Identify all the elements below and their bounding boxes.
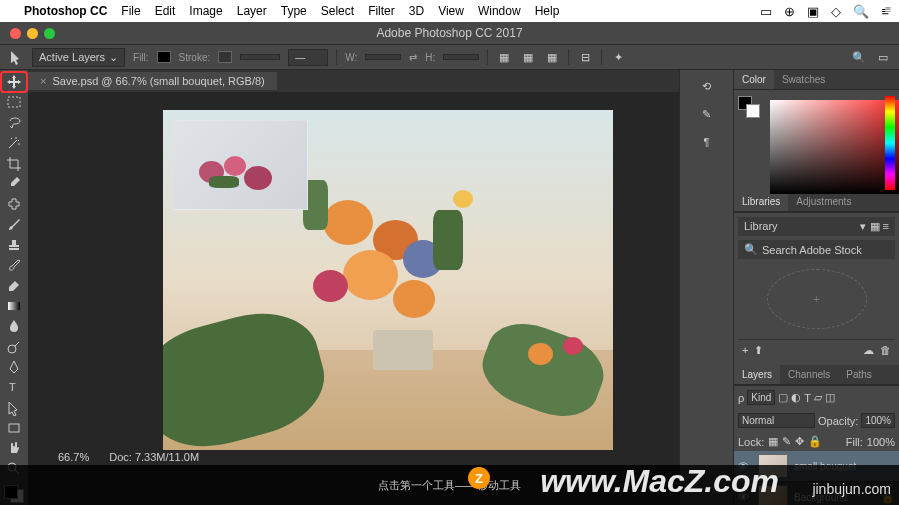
fill-swatch[interactable] xyxy=(157,51,171,63)
lock-pixels-icon[interactable]: ✎ xyxy=(782,435,791,448)
workspace-icon[interactable]: ▭ xyxy=(875,49,891,65)
brush-tool[interactable] xyxy=(2,215,26,233)
history-brush-tool[interactable] xyxy=(2,256,26,274)
gradient-tool[interactable] xyxy=(2,297,26,315)
menu-help[interactable]: Help xyxy=(535,4,560,18)
layer-filter-kind[interactable]: Kind xyxy=(747,390,775,405)
search-icon[interactable]: 🔍 xyxy=(851,49,867,65)
app-menu[interactable]: Photoshop CC xyxy=(24,4,107,18)
align-left-icon[interactable]: ▦ xyxy=(496,49,512,65)
history-panel-icon[interactable]: ⟲ xyxy=(696,76,718,96)
menu-view[interactable]: View xyxy=(438,4,464,18)
height-input[interactable] xyxy=(443,54,479,60)
eyedropper-tool[interactable] xyxy=(2,175,26,193)
libraries-panel: Library▾ ▦ ≡ 🔍Search Adobe Stock + + ⬆ ☁… xyxy=(734,212,899,365)
pointer-icon[interactable] xyxy=(8,49,24,65)
panel-menu-icon[interactable]: ≡ xyxy=(885,4,891,15)
layer-inset-bouquet[interactable] xyxy=(173,120,308,210)
menu-image[interactable]: Image xyxy=(189,4,222,18)
menu-filter[interactable]: Filter xyxy=(368,4,395,18)
lock-transparency-icon[interactable]: ▦ xyxy=(768,435,778,448)
swatches-tab[interactable]: Swatches xyxy=(774,70,833,89)
trash-icon[interactable]: 🗑 xyxy=(880,344,891,357)
character-panel-icon[interactable]: ¶ xyxy=(696,132,718,152)
healing-tool[interactable] xyxy=(2,195,26,213)
lasso-tool[interactable] xyxy=(2,114,26,132)
minimize-window-button[interactable] xyxy=(27,28,38,39)
active-layers-dropdown[interactable]: Active Layers⌄ xyxy=(32,48,125,67)
sync-icon[interactable]: ☁ xyxy=(863,344,874,357)
opacity-input[interactable]: 100% xyxy=(861,413,895,428)
doc-info[interactable]: Doc: 7.33M/11.0M xyxy=(109,451,199,463)
filter-adjust-icon[interactable]: ◐ xyxy=(791,391,801,404)
stroke-style-dropdown[interactable]: — xyxy=(288,49,328,66)
document-tab[interactable]: × Save.psd @ 66.7% (small bouquet, RGB/8… xyxy=(28,72,277,90)
paths-tab[interactable]: Paths xyxy=(838,365,880,384)
lock-all-icon[interactable]: 🔒 xyxy=(808,435,822,448)
marquee-tool[interactable] xyxy=(2,93,26,111)
stroke-swatch[interactable] xyxy=(218,51,232,63)
menu-type[interactable]: Type xyxy=(281,4,307,18)
search-icon: 🔍 xyxy=(744,243,758,256)
close-window-button[interactable] xyxy=(10,28,21,39)
filter-type-icon[interactable]: T xyxy=(804,392,811,404)
zoom-level[interactable]: 66.7% xyxy=(58,451,89,463)
upload-library-icon[interactable]: ⬆ xyxy=(754,344,763,357)
link-wh-icon[interactable]: ⇄ xyxy=(409,52,417,63)
layers-tab[interactable]: Layers xyxy=(734,365,780,384)
rectangle-tool[interactable] xyxy=(2,419,26,437)
hand-tool[interactable] xyxy=(2,439,26,457)
color-tab[interactable]: Color xyxy=(734,70,774,89)
crop-tool[interactable] xyxy=(2,154,26,172)
align-center-icon[interactable]: ▦ xyxy=(520,49,536,65)
width-input[interactable] xyxy=(365,54,401,60)
blur-tool[interactable] xyxy=(2,317,26,335)
type-tool[interactable]: T xyxy=(2,378,26,396)
channels-tab[interactable]: Channels xyxy=(780,365,838,384)
filter-shape-icon[interactable]: ▱ xyxy=(814,391,822,404)
menu-layer[interactable]: Layer xyxy=(237,4,267,18)
filter-smart-icon[interactable]: ◫ xyxy=(825,391,835,404)
eraser-tool[interactable] xyxy=(2,276,26,294)
stroke-width-input[interactable] xyxy=(240,54,280,60)
magic-wand-tool[interactable] xyxy=(2,134,26,152)
align-right-icon[interactable]: ▦ xyxy=(544,49,560,65)
color-picker[interactable] xyxy=(770,100,899,194)
canvas[interactable] xyxy=(163,110,613,450)
opacity-label: Opacity: xyxy=(818,415,858,427)
dodge-tool[interactable] xyxy=(2,337,26,355)
pen-tool[interactable] xyxy=(2,358,26,376)
display-icon[interactable]: ▭ xyxy=(760,4,772,19)
library-dropzone[interactable]: + xyxy=(767,269,867,329)
filter-pixel-icon[interactable]: ▢ xyxy=(778,391,788,404)
adjustments-tab[interactable]: Adjustments xyxy=(788,192,859,211)
menu-3d[interactable]: 3D xyxy=(409,4,424,18)
stock-search-input[interactable]: 🔍Search Adobe Stock xyxy=(738,240,895,259)
lock-position-icon[interactable]: ✥ xyxy=(795,435,804,448)
library-dropdown[interactable]: Library▾ ▦ ≡ xyxy=(738,217,895,236)
menu-edit[interactable]: Edit xyxy=(155,4,176,18)
path-select-tool[interactable] xyxy=(2,399,26,417)
fill-input[interactable]: 100% xyxy=(867,436,895,448)
gear-icon[interactable]: ✦ xyxy=(610,49,626,65)
spotlight-icon[interactable]: 🔍 xyxy=(853,4,869,19)
hue-slider[interactable] xyxy=(885,96,895,190)
menu-window[interactable]: Window xyxy=(478,4,521,18)
menu-file[interactable]: File xyxy=(121,4,140,18)
airplay-icon[interactable]: ⊕ xyxy=(784,4,795,19)
stamp-tool[interactable] xyxy=(2,236,26,254)
canvas-area[interactable]: × Save.psd @ 66.7% (small bouquet, RGB/8… xyxy=(28,70,679,505)
move-tool[interactable] xyxy=(2,73,26,91)
menu-select[interactable]: Select xyxy=(321,4,354,18)
blend-mode-dropdown[interactable]: Normal xyxy=(738,413,815,428)
maximize-window-button[interactable] xyxy=(44,28,55,39)
width-label: W: xyxy=(345,52,357,63)
path-align-icon[interactable]: ⊟ xyxy=(577,49,593,65)
wifi-icon[interactable]: ◇ xyxy=(831,4,841,19)
close-tab-icon[interactable]: × xyxy=(40,75,46,87)
libraries-tab[interactable]: Libraries xyxy=(734,192,788,211)
brush-panel-icon[interactable]: ✎ xyxy=(696,104,718,124)
mac-menubar: Photoshop CC File Edit Image Layer Type … xyxy=(0,0,899,22)
add-library-icon[interactable]: + xyxy=(742,344,748,357)
video-icon[interactable]: ▣ xyxy=(807,4,819,19)
